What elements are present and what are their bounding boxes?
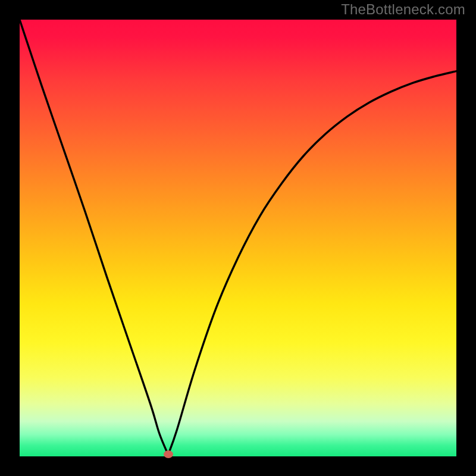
chart-frame: TheBottleneck.com bbox=[0, 0, 476, 476]
plot-area bbox=[20, 20, 456, 456]
optimum-marker bbox=[164, 450, 173, 458]
watermark-label: TheBottleneck.com bbox=[341, 1, 465, 18]
heat-gradient bbox=[20, 20, 456, 456]
